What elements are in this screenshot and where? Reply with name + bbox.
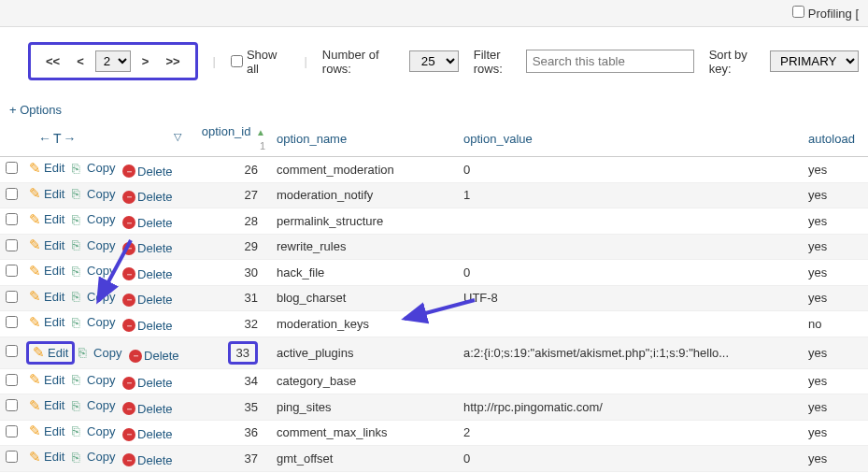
delete-button[interactable]: －Delete (122, 216, 173, 230)
num-rows-label: Number of rows: (322, 48, 404, 76)
edit-button[interactable]: Edit (29, 398, 64, 412)
chevron-down-icon[interactable]: ▽ (174, 131, 181, 143)
cell-autoload: no (803, 311, 868, 337)
copy-button[interactable]: Copy (72, 264, 115, 278)
pencil-icon (29, 399, 42, 412)
copy-button[interactable]: Copy (72, 398, 115, 412)
copy-button[interactable]: Copy (72, 290, 115, 304)
edit-button[interactable]: Edit (29, 424, 64, 438)
profiling-toggle[interactable]: Profiling [ (792, 7, 859, 21)
cell-option-id: 29 (187, 234, 271, 260)
col-option-id[interactable]: option_id ▲ 1 (187, 121, 271, 157)
delete-button[interactable]: －Delete (122, 267, 173, 281)
pencil-icon (29, 316, 42, 329)
row-checkbox[interactable] (6, 316, 18, 328)
copy-button[interactable]: Copy (72, 373, 115, 387)
delete-button[interactable]: －Delete (122, 293, 173, 307)
edit-button[interactable]: Edit (29, 212, 64, 226)
delete-button[interactable]: －Delete (129, 349, 179, 363)
edit-button[interactable]: Edit (29, 373, 64, 387)
table-row: Edit Copy －Delete30hack_file0yes (0, 260, 868, 286)
row-checkbox[interactable] (6, 345, 18, 357)
sort-key-select[interactable]: PRIMARY (770, 50, 859, 72)
row-checkbox[interactable] (6, 374, 18, 386)
row-checkbox[interactable] (6, 451, 18, 463)
edit-button[interactable]: Edit (29, 238, 64, 252)
edit-button[interactable]: Edit (29, 264, 64, 278)
delete-button[interactable]: －Delete (122, 376, 173, 390)
row-checkbox[interactable] (6, 265, 18, 277)
copy-icon (72, 399, 85, 412)
edit-button[interactable]: Edit (33, 346, 68, 360)
cell-option-id: 36 (187, 420, 271, 446)
col-autoload[interactable]: autoload (803, 121, 868, 157)
delete-icon: － (122, 428, 135, 441)
copy-button[interactable]: Copy (72, 315, 115, 329)
edit-button[interactable]: Edit (29, 450, 64, 464)
cell-option-value: 0 (458, 446, 803, 472)
cell-option-name: moderation_notify (271, 182, 458, 208)
copy-icon (72, 265, 85, 278)
table-row: Edit Copy －Delete33active_pluginsa:2:{i:… (0, 337, 868, 368)
edit-button[interactable]: Edit (29, 161, 64, 175)
next-page-button[interactable]: > (136, 52, 155, 70)
delete-button[interactable]: －Delete (122, 453, 173, 467)
edit-button[interactable]: Edit (29, 290, 64, 304)
show-all-checkbox[interactable] (231, 55, 243, 67)
delete-button[interactable]: －Delete (122, 427, 173, 441)
row-checkbox[interactable] (6, 162, 18, 174)
copy-button[interactable]: Copy (72, 161, 115, 175)
cell-option-name: blog_charset (271, 285, 458, 311)
row-checkbox[interactable] (6, 291, 18, 303)
delete-icon: － (122, 267, 135, 280)
row-checkbox[interactable] (6, 188, 18, 200)
copy-button[interactable]: Copy (72, 212, 115, 226)
delete-button[interactable]: －Delete (122, 402, 173, 416)
delete-button[interactable]: －Delete (122, 319, 173, 333)
copy-button[interactable]: Copy (72, 187, 115, 201)
delete-icon: － (122, 319, 135, 332)
row-checkbox[interactable] (6, 239, 18, 251)
row-checkbox[interactable] (6, 425, 18, 437)
page-select[interactable]: 2 (95, 50, 131, 72)
delete-button[interactable]: －Delete (122, 165, 173, 179)
show-all-toggle[interactable]: Show all (231, 48, 290, 76)
cell-option-id: 30 (187, 260, 271, 286)
cell-option-name: rewrite_rules (271, 234, 458, 260)
highlight-box: 33 (228, 341, 258, 365)
sort-label: Sort by key: (709, 48, 764, 76)
col-option-name[interactable]: option_name (271, 121, 458, 157)
profiling-label: Profiling [ (808, 7, 859, 21)
copy-button[interactable]: Copy (78, 346, 121, 360)
filter-input[interactable] (526, 50, 694, 73)
col-option-value[interactable]: option_value (458, 121, 803, 157)
profiling-checkbox[interactable] (792, 6, 804, 18)
cell-option-value: 0 (458, 157, 803, 183)
cell-option-value: 0 (458, 260, 803, 286)
row-checkbox[interactable] (6, 399, 18, 411)
copy-button[interactable]: Copy (72, 424, 115, 438)
copy-icon (72, 238, 85, 251)
copy-button[interactable]: Copy (72, 450, 115, 464)
cell-option-name: hack_file (271, 260, 458, 286)
cell-option-name: comment_max_links (271, 420, 458, 446)
copy-icon (72, 162, 85, 175)
table-row: Edit Copy －Delete34category_baseyes (0, 368, 868, 394)
delete-button[interactable]: －Delete (122, 241, 173, 255)
prev-page-button[interactable]: < (71, 52, 90, 70)
options-link[interactable]: + Options (0, 99, 868, 121)
cell-option-value (458, 234, 803, 260)
cell-option-id: 35 (187, 394, 271, 421)
edit-button[interactable]: Edit (29, 315, 64, 329)
pencil-icon (29, 265, 42, 278)
num-rows-select[interactable]: 25 (409, 50, 459, 72)
copy-button[interactable]: Copy (72, 238, 115, 252)
cell-autoload: yes (803, 260, 868, 286)
cell-option-name: active_plugins (271, 337, 458, 368)
edit-button[interactable]: Edit (29, 187, 64, 201)
delete-button[interactable]: －Delete (122, 190, 173, 204)
table-row: Edit Copy －Delete36comment_max_links2yes (0, 420, 868, 446)
row-checkbox[interactable] (6, 213, 18, 225)
last-page-button[interactable]: >> (160, 52, 185, 70)
first-page-button[interactable]: << (40, 52, 65, 70)
